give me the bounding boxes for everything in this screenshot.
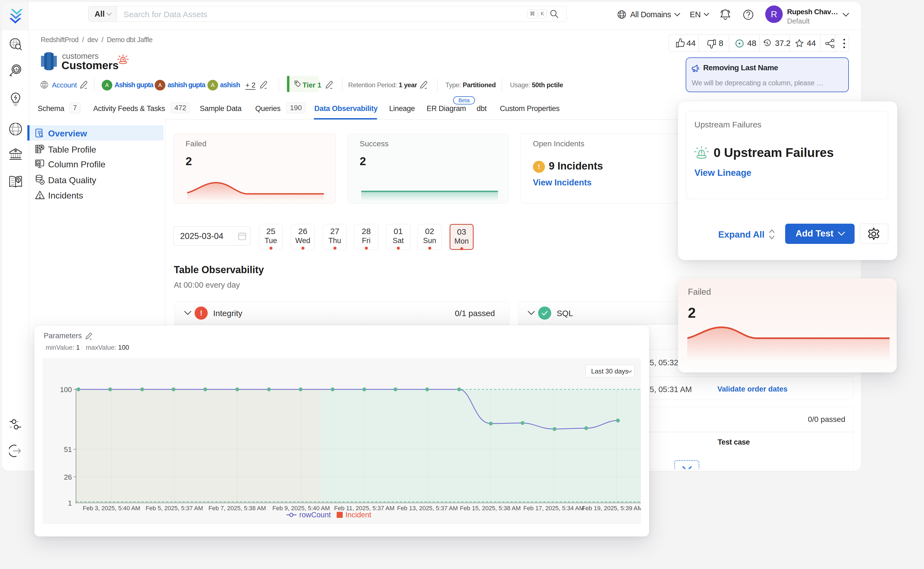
svg-text:Feb 19, 2025, 5:39 AM: Feb 19, 2025, 5:39 AM bbox=[582, 505, 641, 511]
svg-text:Incident: Incident bbox=[346, 511, 372, 519]
svg-text:Feb 17, 2025, 5:34 AM: Feb 17, 2025, 5:34 AM bbox=[523, 505, 584, 511]
svg-text:Feb 7, 2025, 5:38 AM: Feb 7, 2025, 5:38 AM bbox=[208, 505, 266, 511]
svg-text:Feb 15, 2025, 5:38 AM: Feb 15, 2025, 5:38 AM bbox=[460, 505, 521, 511]
svg-text:Feb 3, 2025, 5:40 AM: Feb 3, 2025, 5:40 AM bbox=[83, 505, 140, 511]
svg-text:100: 100 bbox=[60, 385, 72, 394]
svg-text:1: 1 bbox=[68, 499, 72, 507]
svg-text:rowCount: rowCount bbox=[299, 511, 331, 519]
svg-text:26: 26 bbox=[64, 473, 72, 481]
svg-text:Feb 13, 2025, 5:37 AM: Feb 13, 2025, 5:37 AM bbox=[397, 505, 458, 511]
svg-text:Feb 5, 2025, 5:37 AM: Feb 5, 2025, 5:37 AM bbox=[146, 505, 203, 511]
svg-text:51: 51 bbox=[64, 446, 72, 453]
